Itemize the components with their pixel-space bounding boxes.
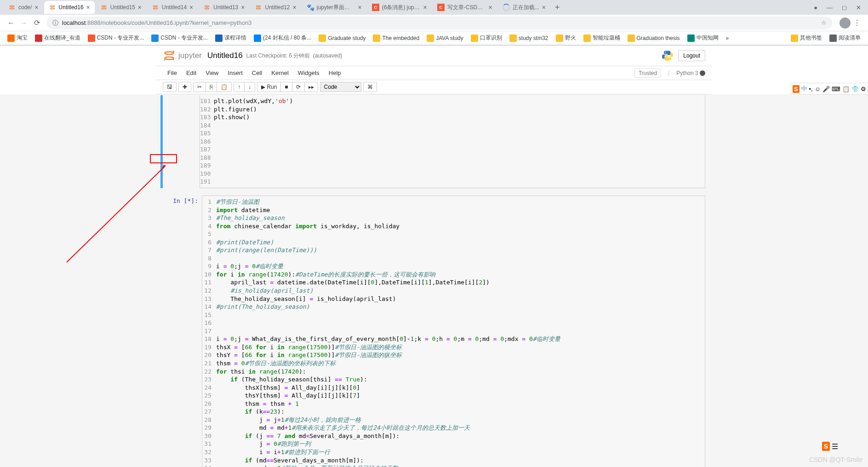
browser-tab[interactable]: Untitled14×: [147, 1, 198, 14]
browser-tab[interactable]: C写文章-CSDN博客×: [433, 1, 497, 14]
bookmark-item[interactable]: 智能垃圾桶: [581, 33, 623, 43]
tab-close-icon[interactable]: ×: [138, 4, 142, 11]
browser-tab[interactable]: Untitled13×: [199, 1, 249, 14]
svg-point-16: [173, 59, 174, 60]
svg-point-4: [102, 6, 106, 6]
ime-minimized[interactable]: S ☰: [822, 442, 838, 451]
tab-close-icon[interactable]: ×: [293, 4, 297, 11]
cut-button[interactable]: ✂: [193, 82, 206, 92]
browser-tab[interactable]: 正在加载...×: [498, 1, 550, 14]
bookmark-star-icon[interactable]: ☆: [821, 19, 827, 26]
logout-button[interactable]: Logout: [678, 50, 705, 61]
watermark: CSDN @QT-Smile: [809, 456, 862, 463]
svg-point-9: [205, 8, 209, 9]
bookmark-item[interactable]: study stm32: [507, 34, 551, 43]
browser-chrome: code/×Untitled16×Untitled15×Untitled14×U…: [0, 0, 868, 46]
svg-point-11: [257, 8, 261, 9]
svg-point-17: [665, 52, 666, 52]
restart-run-all-button[interactable]: ▸▸: [304, 82, 318, 92]
bookmark-item[interactable]: 课程详情: [212, 33, 249, 43]
cell-type-select[interactable]: Code: [320, 82, 361, 92]
bookmark-item[interactable]: 在线翻译_有道: [32, 33, 83, 43]
copy-button[interactable]: ⎘: [206, 82, 217, 92]
tab-close-icon[interactable]: ×: [358, 4, 362, 11]
tab-bar: code/×Untitled16×Untitled15×Untitled14×U…: [0, 0, 868, 15]
tab-close-icon[interactable]: ×: [189, 4, 193, 11]
tab-close-icon[interactable]: ×: [241, 4, 245, 11]
bookmark-item[interactable]: 其他书签: [788, 33, 825, 43]
reload-button[interactable]: ⟳: [30, 18, 43, 27]
bookmark-item[interactable]: The embedded: [370, 34, 422, 43]
menu-edit[interactable]: Edit: [182, 68, 201, 78]
close-icon[interactable]: ✕: [856, 4, 861, 11]
move-down-button[interactable]: ↓: [244, 82, 255, 92]
menu-kernel[interactable]: Kernel: [267, 68, 293, 78]
browser-tab[interactable]: code/×: [4, 1, 43, 14]
menu-bar: FileEditViewInsertCellKernelWidgetsHelpT…: [156, 66, 712, 80]
run-button[interactable]: ▶ Run: [257, 82, 281, 92]
move-up-button[interactable]: ↑: [234, 82, 245, 92]
account-icon[interactable]: ●: [814, 4, 817, 11]
bookmark-item[interactable]: JAVA study: [424, 34, 466, 43]
code-editor[interactable]: 1#节假日-油温图2import datetime3#The_holiday_s…: [202, 196, 705, 467]
code-cell-1[interactable]: 181plt.plot(wdX,wdY,'ob')182plt.figure()…: [160, 95, 705, 188]
back-button[interactable]: ←: [5, 19, 17, 27]
forward-button[interactable]: →: [17, 19, 30, 27]
site-info-icon[interactable]: ⓘ: [52, 19, 58, 27]
svg-point-3: [50, 8, 55, 9]
url-bar[interactable]: ⓘ localhost:8888/notebooks/code/Untitled…: [47, 17, 832, 29]
command-palette-button[interactable]: ⌘: [363, 82, 377, 92]
bookmark-item[interactable]: CSDN - 专业开发...: [85, 33, 147, 43]
browser-tab[interactable]: Untitled15×: [96, 1, 146, 14]
svg-point-10: [257, 6, 261, 6]
svg-point-14: [173, 51, 174, 52]
nav-bar: ← → ⟳ ⓘ localhost:8888/notebooks/code/Un…: [0, 15, 868, 31]
tab-close-icon[interactable]: ×: [86, 4, 90, 11]
tab-close-icon[interactable]: ×: [423, 4, 427, 11]
browser-tab[interactable]: 🐾jupyter界面旁边×: [302, 1, 366, 14]
browser-tab[interactable]: C(6条消息) jupyter×: [367, 1, 432, 14]
kernel-name[interactable]: Python 3: [676, 70, 705, 76]
browser-tab[interactable]: Untitled12×: [250, 1, 301, 14]
menu-insert[interactable]: Insert: [223, 68, 247, 78]
url-text: localhost:8888/notebooks/code/Untitled16…: [62, 19, 251, 26]
ime-toolbar[interactable]: S 中 •, ☺ 🎤 ⌨ 📋 👕 ⚙: [791, 83, 868, 95]
tab-close-icon[interactable]: ×: [489, 4, 492, 11]
code-editor[interactable]: 181plt.plot(wdX,wdY,'ob')182plt.figure()…: [200, 95, 705, 188]
svg-point-5: [102, 8, 106, 9]
browser-tab[interactable]: Untitled16×: [44, 1, 95, 14]
insert-cell-button[interactable]: ✚: [178, 82, 191, 92]
bookmark-item[interactable]: CSDN - 专业开发...: [148, 33, 211, 43]
bookmarks-overflow[interactable]: »: [723, 34, 732, 42]
bookmark-item[interactable]: Graduation thesis: [625, 34, 683, 43]
interrupt-button[interactable]: ■: [280, 82, 292, 92]
bookmark-item[interactable]: 阅读清单: [827, 33, 863, 43]
bookmark-item[interactable]: Graduate study: [316, 34, 368, 43]
profile-avatar[interactable]: [839, 17, 851, 29]
bookmark-item[interactable]: 中国知网: [685, 33, 721, 43]
bookmark-item[interactable]: 淘宝: [5, 33, 30, 43]
maximize-icon[interactable]: ◻: [842, 4, 847, 11]
bookmark-item[interactable]: (24 封私信 / 80 条...: [251, 33, 314, 43]
svg-point-7: [153, 8, 158, 9]
svg-point-13: [165, 57, 174, 60]
new-tab-button[interactable]: +: [551, 3, 564, 12]
notebook-name[interactable]: Untitled16: [207, 51, 243, 60]
tab-close-icon[interactable]: ×: [34, 4, 38, 11]
code-cell-2[interactable]: In [*]: 1#节假日-油温图2import datetime3#The_h…: [163, 196, 705, 467]
menu-cell[interactable]: Cell: [247, 68, 267, 78]
bookmark-item[interactable]: 口罩识别: [468, 33, 505, 43]
menu-widgets[interactable]: Widgets: [293, 68, 324, 78]
save-button[interactable]: 🖫: [163, 82, 177, 92]
paste-button[interactable]: 📋: [217, 82, 232, 92]
restart-button[interactable]: ⟳: [292, 82, 305, 92]
minimize-icon[interactable]: —: [827, 4, 833, 11]
menu-file[interactable]: File: [163, 68, 182, 78]
menu-help[interactable]: Help: [324, 68, 346, 78]
jupyter-logo[interactable]: jupyter: [163, 49, 202, 62]
browser-menu-icon[interactable]: ⋮: [851, 18, 863, 27]
bookmark-item[interactable]: 野火: [553, 33, 579, 43]
menu-view[interactable]: View: [201, 68, 223, 78]
trusted-indicator[interactable]: Trusted: [634, 69, 661, 78]
tab-close-icon[interactable]: ×: [542, 4, 546, 11]
